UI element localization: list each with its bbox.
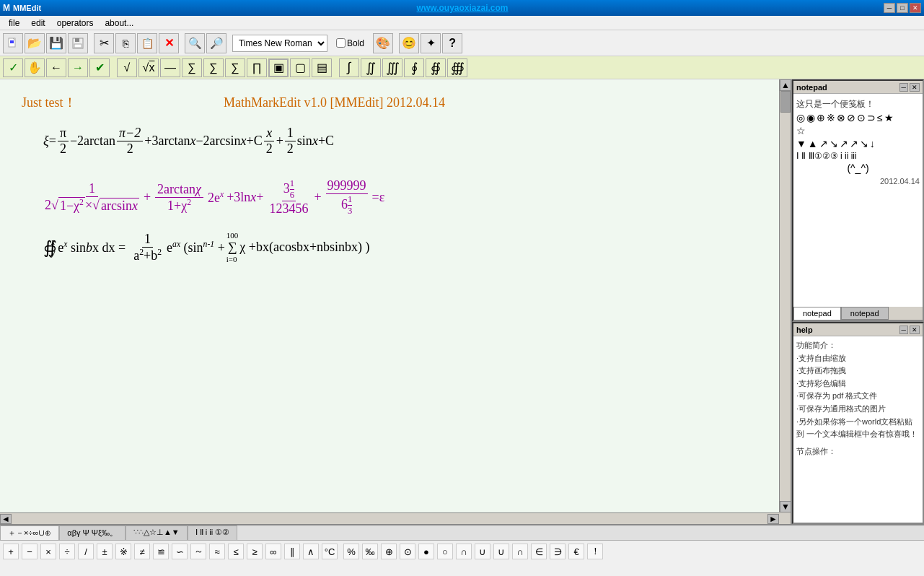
font-select[interactable]: Times New Roman [232, 35, 327, 52]
smiley-button[interactable]: 😊 [399, 33, 419, 53]
zoomout-button[interactable]: 🔎 [206, 33, 226, 53]
integral-button[interactable]: ∫ [339, 58, 359, 77]
sym-odot[interactable]: ⊙ [400, 544, 415, 559]
sigma-top-button[interactable]: ∑ [225, 58, 245, 77]
help-button[interactable]: ? [442, 33, 462, 53]
bottom-tab-4[interactable]: Ⅰ Ⅱ i ii ①② [188, 525, 238, 540]
menu-file[interactable]: file [3, 17, 25, 30]
sym-plusminus[interactable]: ± [97, 544, 113, 559]
scroll-up-button[interactable]: ▲ [780, 79, 791, 91]
cut-button[interactable]: ✂ [94, 33, 114, 53]
maximize-button[interactable]: □ [897, 3, 908, 13]
pi-button[interactable]: ∏ [247, 58, 267, 77]
scroll-left-button[interactable]: ◄ [0, 514, 12, 524]
sym-exclaim[interactable]: ！ [587, 544, 603, 559]
left-arrow-button[interactable]: ← [46, 58, 66, 77]
sym-slash[interactable]: / [78, 544, 94, 559]
sigma-button[interactable]: ∑ [203, 58, 224, 77]
minus-over-button[interactable]: — [160, 58, 180, 77]
bottom-tab-2[interactable]: αβγ Ψ Ψξ‰。 [59, 525, 126, 540]
bottom-tab-3[interactable]: ∵∴△☆⊥▲▼ [126, 525, 188, 540]
sym-cup[interactable]: ∩ [456, 544, 472, 559]
sym-oplus[interactable]: ⊕ [381, 544, 397, 559]
help-close[interactable]: ✕ [910, 326, 920, 334]
sym-contains[interactable]: ∋ [550, 544, 566, 559]
sym-leq[interactable]: ≤ [228, 544, 244, 559]
sym-intersection[interactable]: ∩ [512, 544, 528, 559]
box2-button[interactable]: ▢ [290, 58, 310, 77]
new-button[interactable] [3, 33, 23, 53]
notepad-close[interactable]: ✕ [910, 83, 920, 92]
sym-element[interactable]: ∈ [531, 544, 547, 559]
sym-congruent[interactable]: ≌ [153, 544, 169, 559]
paste-button[interactable]: 📋 [137, 33, 157, 53]
box3-button[interactable]: ▤ [312, 58, 332, 77]
notepad-minimize[interactable]: ─ [899, 83, 908, 92]
scroll-right-button[interactable]: ► [767, 514, 779, 524]
sym-neq[interactable]: ≠ [134, 544, 150, 559]
sym-union[interactable]: ∪ [493, 544, 509, 559]
triple-integral-button[interactable]: ∭ [382, 58, 402, 77]
contour-integral-button[interactable]: ∮ [404, 58, 424, 77]
right-arrow-button[interactable]: → [68, 58, 88, 77]
menu-about[interactable]: about... [99, 17, 139, 30]
menu-edit[interactable]: edit [25, 17, 50, 30]
saveas-button[interactable] [68, 33, 88, 53]
sym-permil[interactable]: ‰ [362, 544, 378, 559]
sym-plus[interactable]: + [3, 544, 19, 559]
sym-parallel[interactable]: ∥ [284, 544, 300, 559]
tick-button[interactable]: ✔ [89, 58, 110, 77]
hand-button[interactable]: ✋ [25, 58, 45, 77]
star-button[interactable]: ✦ [421, 33, 441, 53]
editor[interactable]: Just test！ MathMarkEdit v1.0 [MMEdit] 20… [0, 79, 779, 512]
sym-celsius[interactable]: °C [322, 544, 338, 559]
help-line-6: ·可保存为通用格式的图片 [796, 403, 920, 416]
sym-euro[interactable]: € [568, 544, 584, 559]
bottom-tab-1[interactable]: ＋－×÷∞∪⊕ [0, 525, 59, 540]
notepad-panel: notepad ─ ✕ 这只是一个便笺板！ ◎◉⊕※⊗⊘⊙⊃≤★ ☆ ▼▲↗↘↗… [792, 79, 924, 322]
sym-times[interactable]: × [40, 544, 56, 559]
close-button[interactable]: ✕ [910, 3, 921, 13]
notepad-tab1[interactable]: notepad [793, 307, 841, 320]
open-button[interactable]: 📂 [25, 33, 45, 53]
scrollbar-thumb[interactable] [780, 91, 791, 113]
save-button[interactable]: 💾 [46, 33, 66, 53]
sym-degree[interactable]: ∧ [303, 544, 319, 559]
horizontal-scrollbar[interactable]: ◄ ► [0, 512, 779, 524]
notepad-tab2[interactable]: notepad [841, 307, 889, 320]
sym-similar[interactable]: ∽ [172, 544, 188, 559]
help-panel-buttons: ─ ✕ [899, 326, 920, 334]
color-button[interactable]: 🎨 [373, 33, 393, 53]
notepad-roman: Ⅰ Ⅱ Ⅲ①②③ i ii iii [796, 151, 920, 161]
delete-button[interactable]: ✕ [159, 33, 179, 53]
checkmark-button[interactable]: ✓ [3, 58, 23, 77]
zoomin-button[interactable]: 🔍 [185, 33, 205, 53]
sigma-sub-button[interactable]: ∑ [182, 58, 202, 77]
sym-bullet[interactable]: ● [418, 544, 434, 559]
double-integral-button[interactable]: ∬ [361, 58, 381, 77]
sym-circle[interactable]: ○ [437, 544, 453, 559]
minimize-button[interactable]: ─ [884, 3, 895, 13]
sym-geq[interactable]: ≥ [247, 544, 263, 559]
sym-asterisk[interactable]: ※ [115, 544, 131, 559]
box1-button[interactable]: ▣ [268, 58, 289, 77]
bold-checkbox[interactable] [336, 38, 346, 48]
sym-div[interactable]: ÷ [59, 544, 75, 559]
sqrt-frac-button[interactable]: √x [138, 58, 159, 77]
help-line-4: ·支持彩色编辑 [796, 378, 920, 390]
sym-approx[interactable]: ≈ [209, 544, 225, 559]
vertical-scrollbar[interactable]: ▲ ▼ [779, 79, 791, 512]
sym-percent[interactable]: % [343, 544, 359, 559]
copy-button[interactable]: ⎘ [115, 33, 136, 53]
notepad-content: 这只是一个便笺板！ ◎◉⊕※⊗⊘⊙⊃≤★ ☆ ▼▲↗↘↗↗↘↓ Ⅰ Ⅱ Ⅲ①②③… [793, 94, 923, 307]
scroll-down-button[interactable]: ▼ [780, 501, 791, 512]
sym-tilde[interactable]: ～ [190, 544, 206, 559]
sym-cap[interactable]: ∪ [475, 544, 490, 559]
sqrt-button[interactable]: √ [117, 58, 137, 77]
help-minimize[interactable]: ─ [899, 326, 908, 334]
triple-contour-button[interactable]: ∰ [447, 58, 467, 77]
menu-operators[interactable]: operators [51, 17, 100, 30]
sym-inf[interactable]: ∞ [265, 544, 281, 559]
sym-minus[interactable]: − [22, 544, 38, 559]
double-contour-button[interactable]: ∯ [426, 58, 446, 77]
